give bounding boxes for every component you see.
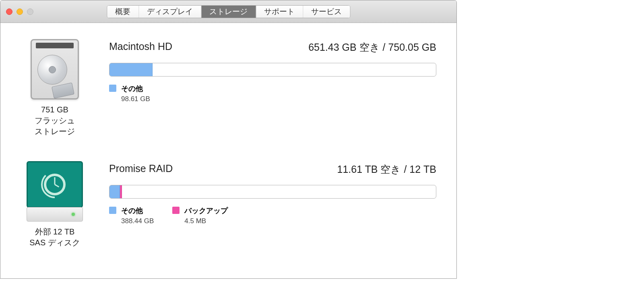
drive-row-0: 751 GBフラッシュストレージMacintosh HD651.43 GB 空き…	[21, 39, 436, 137]
drive-caption: 751 GBフラッシュストレージ	[35, 104, 75, 137]
drive-caption: 外部 12 TBSAS ディスク	[29, 226, 80, 248]
drive-title: Macintosh HD	[109, 41, 172, 54]
drive-capacity-text: 11.61 TB 空き / 12 TB	[337, 163, 436, 176]
tab-4[interactable]: サービス	[303, 6, 350, 18]
drive-header: Macintosh HD651.43 GB 空き / 750.05 GB	[109, 41, 436, 54]
drive-info: Promise RAID11.61 TB 空き / 12 TBその他388.44…	[109, 161, 436, 225]
legend-value: 4.5 MB	[184, 217, 228, 225]
usage-legend: その他98.61 GB	[109, 84, 436, 103]
legend-name: その他	[121, 84, 150, 93]
window-controls	[6, 8, 33, 15]
legend-text: その他388.44 GB	[121, 206, 154, 225]
legend-name: その他	[121, 206, 154, 216]
drive-caption-line: 751 GB	[35, 104, 75, 115]
legend-item: その他98.61 GB	[109, 84, 150, 103]
legend-text: その他98.61 GB	[121, 84, 150, 103]
legend-item: その他388.44 GB	[109, 206, 154, 225]
drive-row-1: 外部 12 TBSAS ディスクPromise RAID11.61 TB 空き …	[21, 161, 436, 248]
tab-2[interactable]: ストレージ	[201, 6, 256, 18]
tab-1[interactable]: ディスプレイ	[139, 6, 201, 18]
internal-drive-icon	[27, 39, 83, 100]
drive-caption-line: フラッシュ	[35, 115, 75, 126]
minimize-window-button[interactable]	[17, 8, 23, 15]
legend-swatch-blue	[109, 85, 116, 92]
usage-segment-pink	[120, 185, 122, 198]
drive-title: Promise RAID	[109, 163, 173, 176]
drive-icon-column: 外部 12 TBSAS ディスク	[21, 161, 89, 248]
tab-3[interactable]: サポート	[256, 6, 303, 18]
usage-segment-blue	[109, 185, 120, 198]
usage-bar	[109, 63, 436, 77]
drive-caption-line: ストレージ	[35, 126, 75, 137]
titlebar: 概要ディスプレイストレージサポートサービス	[0, 0, 456, 23]
drive-capacity-text: 651.43 GB 空き / 750.05 GB	[308, 41, 436, 54]
legend-text: バックアップ4.5 MB	[184, 206, 228, 225]
legend-name: バックアップ	[184, 206, 228, 216]
usage-bar	[109, 185, 436, 199]
drive-caption-line: SAS ディスク	[29, 237, 80, 248]
usage-legend: その他388.44 GBバックアップ4.5 MB	[109, 206, 436, 225]
timemachine-drive-icon	[27, 161, 83, 222]
tab-0[interactable]: 概要	[107, 6, 139, 18]
legend-value: 98.61 GB	[121, 95, 150, 103]
legend-value: 388.44 GB	[121, 217, 154, 225]
legend-swatch-blue	[109, 207, 116, 214]
storage-content: 751 GBフラッシュストレージMacintosh HD651.43 GB 空き…	[0, 23, 456, 279]
drive-caption-line: 外部 12 TB	[29, 226, 80, 237]
zoom-window-button[interactable]	[27, 8, 33, 15]
legend-swatch-pink	[172, 207, 180, 214]
drive-info: Macintosh HD651.43 GB 空き / 750.05 GBその他9…	[109, 39, 436, 103]
drive-header: Promise RAID11.61 TB 空き / 12 TB	[109, 163, 436, 176]
tab-bar: 概要ディスプレイストレージサポートサービス	[107, 5, 350, 18]
usage-segment-blue	[109, 63, 153, 76]
legend-item: バックアップ4.5 MB	[172, 206, 228, 225]
about-this-mac-window: 概要ディスプレイストレージサポートサービス 751 GBフラッシュストレージMa…	[0, 0, 457, 279]
close-window-button[interactable]	[6, 8, 12, 15]
drive-icon-column: 751 GBフラッシュストレージ	[21, 39, 89, 137]
